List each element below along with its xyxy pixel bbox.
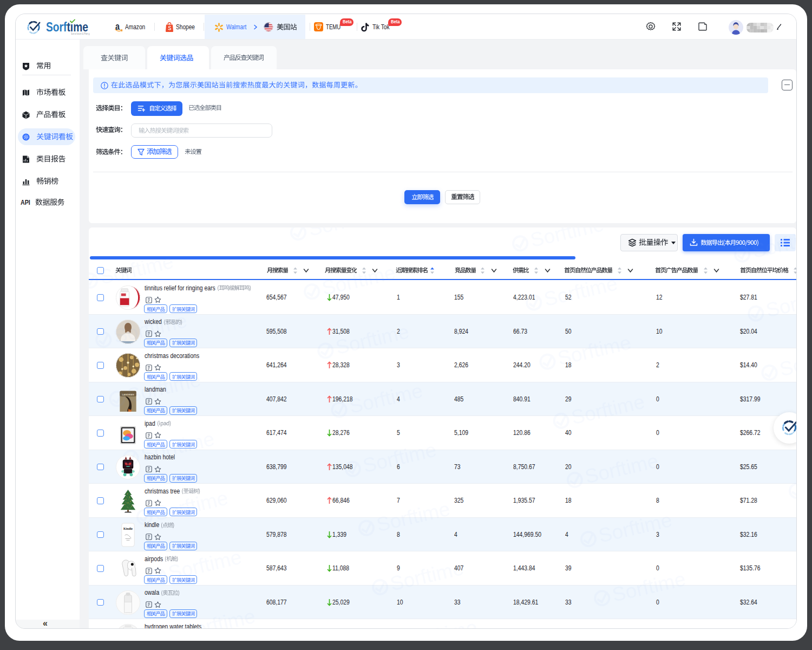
svg-text:Kindle: Kindle xyxy=(123,526,133,530)
svg-text:LANDMAN: LANDMAN xyxy=(122,393,134,395)
